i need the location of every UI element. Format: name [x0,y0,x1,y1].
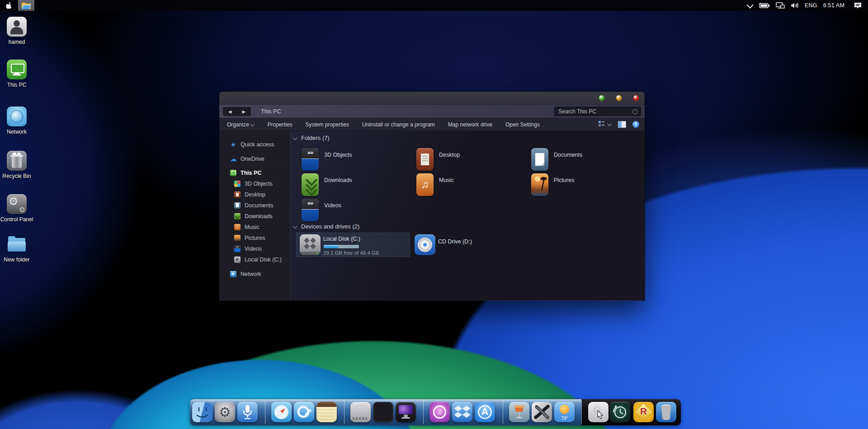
tile-videos[interactable]: Videos [297,198,410,223]
desktop-icon-label: Recycle Bin [0,173,36,179]
sidebar-item-this-pc[interactable]: This PC [219,168,290,178]
breadcrumb[interactable]: This PC [261,108,281,115]
desktop-icon-control-panel[interactable]: ⚙⚙ Control Panel [0,194,36,223]
desktop-icon-hamed[interactable]: hamed [0,17,36,45]
notes-icon[interactable] [316,402,337,422]
keynote-icon[interactable] [509,402,529,422]
pointer-icon[interactable] [588,402,609,422]
tile-cd-drive-d[interactable]: CD Drive (D:) [411,233,524,256]
back-button[interactable] [228,108,232,115]
microphone-icon[interactable] [237,402,258,422]
open-settings-button[interactable]: Open Settings [505,121,540,128]
sidebar-item-documents[interactable]: Documents [219,200,290,211]
itunes-icon[interactable] [429,402,450,422]
collapse-chevron-icon [292,135,297,140]
help-icon[interactable]: ? [632,121,639,128]
apple-icon[interactable] [5,2,12,9]
tile-pictures[interactable]: Pictures [527,173,640,198]
tile-documents[interactable]: Documents [527,147,640,173]
documents-icon [234,202,241,209]
nav-buttons [223,107,251,116]
desktop-icon-label: This PC [0,82,36,88]
sidebar-item-onedrive[interactable]: OneDrive [219,154,290,164]
notification-icon[interactable] [854,2,862,9]
explorer-window: This PC Organize Properties System prope… [219,92,645,301]
time-machine-icon[interactable] [610,402,630,422]
folder-icon [7,234,27,254]
dock-separator [503,401,503,424]
desktop-icon-network[interactable]: Network [0,107,36,135]
volume-icon[interactable] [791,2,799,9]
system-properties-button[interactable]: System properties [305,121,349,128]
forward-button[interactable] [242,108,246,115]
desktop-icon [234,191,241,198]
dock-separator [581,401,582,424]
sidebar-item-music[interactable]: Music [219,222,290,233]
pictures-tile-icon [531,173,548,196]
tile-local-disk-c[interactable]: Local Disk (C:) 29.1 GB free of 49.4 GB [297,233,410,256]
organize-button[interactable]: Organize [227,121,255,128]
sidebar-item-downloads[interactable]: Downloads [219,211,290,222]
language-indicator[interactable]: ENG [805,2,817,9]
weather-icon[interactable]: 73° [554,402,575,422]
sidebar-item-local-disk[interactable]: Local Disk (C:) [219,254,290,265]
desktop-icon-this-pc[interactable]: This PC [0,60,36,88]
sidebar-item-desktop[interactable]: Desktop [219,189,290,200]
clapperboard-icon [302,148,319,171]
downloads-icon [234,213,241,219]
close-button[interactable] [633,95,639,101]
monitor-icon [7,60,27,79]
hard-drive-icon[interactable] [350,402,371,422]
folders-section-header[interactable]: Folders (7) [294,135,330,141]
disk-usage-fill [324,245,338,248]
finder-icon[interactable] [192,402,212,422]
safari-icon[interactable] [271,402,292,422]
preview-pane-icon[interactable] [618,121,626,128]
desktop-icon-new-folder[interactable]: New folder [0,234,36,263]
clock[interactable]: 6:51 AM [823,2,844,9]
zoom-button[interactable] [599,95,605,101]
search-box[interactable] [554,107,641,116]
search-input[interactable] [555,108,630,115]
map-network-drive-button[interactable]: Map network drive [448,121,492,128]
uninstall-program-button[interactable]: Uninstall or change a program [362,121,435,128]
rocketdock-icon[interactable]: R [633,402,654,422]
x-app-icon[interactable] [532,402,552,422]
tile-music[interactable]: Music [412,173,525,198]
sidebar-item-network[interactable]: Network [219,269,290,280]
sidebar-item-quick-access[interactable]: Quick access [219,139,290,150]
quicktime-icon[interactable] [294,402,314,422]
disk-free-space: 29.1 GB free of 49.4 GB [323,250,379,256]
title-bar[interactable] [219,92,645,104]
window-body: Quick access OneDrive This PC 3D Objects [219,131,645,301]
tile-3d-objects[interactable]: 3D Objects [297,147,410,173]
app-store-icon[interactable] [475,402,495,422]
battery-icon[interactable] [759,3,770,8]
system-preferences-icon[interactable] [215,402,235,422]
mac-display-icon[interactable] [396,402,416,422]
sidebar-item-videos[interactable]: Videos [219,243,290,254]
black-screen-icon[interactable] [373,402,393,422]
sidebar-item-pictures[interactable]: Pictures [219,233,290,243]
details-view-icon[interactable] [599,121,605,128]
chevron-down-icon[interactable] [607,121,612,126]
minimize-button[interactable] [616,95,622,101]
command-toolbar: Organize Properties System properties Un… [219,118,645,131]
trash-icon[interactable] [656,402,676,422]
display-icon[interactable] [776,2,785,9]
tile-desktop[interactable]: Desktop [412,147,525,173]
sidebar-item-3d-objects[interactable]: 3D Objects [219,178,290,189]
properties-button[interactable]: Properties [268,121,292,128]
disk-usage-bar [323,244,359,249]
monitor-icon [230,170,236,176]
dropbox-icon[interactable] [452,402,472,422]
desktop-icon-recycle-bin[interactable]: Recycle Bin [0,151,36,179]
devices-section-header[interactable]: Devices and drives (2) [294,223,359,230]
chevron-down-icon[interactable] [748,3,753,8]
desktop-tile-icon [416,148,434,171]
tile-downloads[interactable]: Downloads [297,173,410,198]
dock: 73° R [190,399,681,425]
chevron-down-icon [250,122,255,126]
documents-tile-icon [531,148,548,171]
active-app-indicator[interactable] [18,0,34,11]
